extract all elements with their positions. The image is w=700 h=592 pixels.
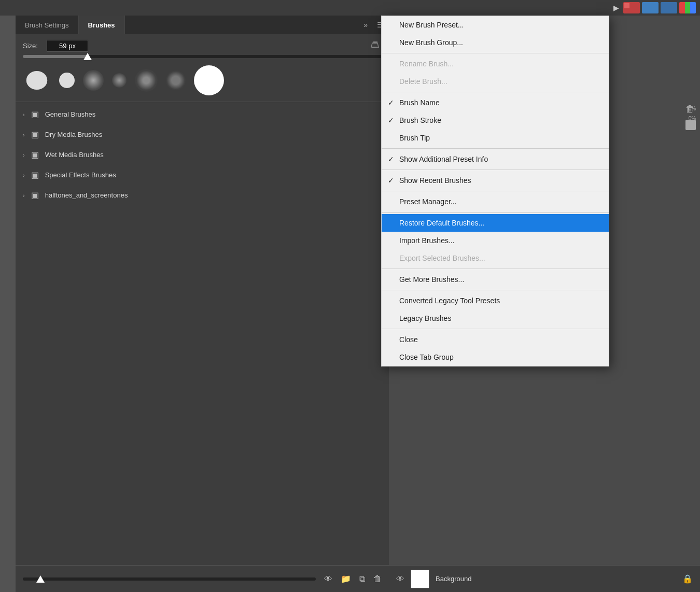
bottom-thumb[interactable] xyxy=(36,575,45,583)
menu-separator-4 xyxy=(382,170,609,170)
menu-item-close-tab-group[interactable]: Close Tab Group xyxy=(382,348,609,366)
menu-separator-3 xyxy=(382,148,609,149)
brush-group-item-1[interactable]: › ▣ Dry Media Brushes xyxy=(16,124,389,145)
menu-separator-5 xyxy=(382,191,609,191)
checkmark-preset-info: ✓ xyxy=(388,155,394,163)
right-panel-icons: 🗑 xyxy=(685,104,696,130)
layer-thumbnail xyxy=(411,570,429,588)
menu-item-rename: Rename Brush... xyxy=(382,55,609,73)
bottom-toolbar: 👁 📁 ⧉ 🗑 xyxy=(16,565,389,592)
tab-brushes[interactable]: Brushes xyxy=(79,16,125,34)
group-name-0: General Brushes xyxy=(45,110,96,118)
folder-icon-1: ▣ xyxy=(31,130,39,139)
bottom-slider-track[interactable] xyxy=(23,577,316,581)
brush-tip-row xyxy=(16,63,389,102)
group-name-4: halftones_and_screentones xyxy=(45,191,128,199)
folder-icon-4: ▣ xyxy=(31,190,39,200)
menu-item-close[interactable]: Close xyxy=(382,331,609,348)
checkmark-brush-name: ✓ xyxy=(388,98,394,107)
brush-tip-oval[interactable] xyxy=(23,71,51,90)
brush-group-item-2[interactable]: › ▣ Wet Media Brushes xyxy=(16,145,389,165)
size-slider-track[interactable] xyxy=(23,55,382,58)
context-menu: New Brush Preset... New Brush Group... R… xyxy=(381,16,609,367)
layers-bar: 👁 Background 🔒 xyxy=(389,565,700,592)
group-name-1: Dry Media Brushes xyxy=(45,131,103,138)
menu-item-preset-info[interactable]: ✓ Show Additional Preset Info xyxy=(382,150,609,168)
duplicate-icon[interactable]: ⧉ xyxy=(359,574,365,584)
chevron-icon-2: › xyxy=(23,152,25,158)
brush-tip-soft1[interactable] xyxy=(83,70,104,91)
menu-separator-8 xyxy=(382,290,609,290)
top-panel-tabs: ▶ xyxy=(611,2,696,13)
menu-separator-6 xyxy=(382,212,609,213)
menu-separator-9 xyxy=(382,329,609,329)
tab-brush-settings[interactable]: Brush Settings xyxy=(16,16,79,34)
menu-item-preset-manager[interactable]: Preset Manager... xyxy=(382,193,609,210)
top-bar xyxy=(0,0,700,16)
play-icon[interactable]: ▶ xyxy=(611,3,621,13)
menu-item-import[interactable]: Import Brushes... xyxy=(382,232,609,249)
menu-item-new-preset[interactable]: New Brush Preset... xyxy=(382,16,609,34)
checkmark-brush-stroke: ✓ xyxy=(388,116,394,124)
brush-tip-soft4[interactable] xyxy=(166,71,186,90)
size-row: Size: 59 px xyxy=(16,34,389,54)
menu-item-brush-tip[interactable]: Brush Tip xyxy=(382,129,609,147)
menu-item-recent-brushes[interactable]: ✓ Show Recent Brushes xyxy=(382,172,609,189)
size-input-box[interactable]: 59 px xyxy=(47,40,88,52)
folder-icon-3: ▣ xyxy=(31,170,39,180)
menu-item-legacy-presets[interactable]: Converted Legacy Tool Presets xyxy=(382,292,609,309)
color-tab-blue[interactable] xyxy=(642,2,659,13)
brush-group-item-0[interactable]: › ▣ General Brushes xyxy=(16,104,389,124)
size-slider-row xyxy=(16,54,389,63)
folder-tool-icon[interactable]: 📁 xyxy=(341,574,351,584)
menu-separator-1 xyxy=(382,53,609,53)
menu-item-brush-stroke[interactable]: ✓ Brush Stroke xyxy=(382,111,609,129)
trash-right-icon[interactable]: 🗑 xyxy=(685,104,696,115)
brush-tip-circle[interactable] xyxy=(59,73,75,88)
chevron-icon-4: › xyxy=(23,192,25,199)
brush-tip-soft2[interactable] xyxy=(112,73,127,88)
panel-body: Size: 59 px xyxy=(16,34,389,565)
layer-visibility-icon[interactable]: 👁 xyxy=(396,574,404,584)
pencil-icon xyxy=(370,40,381,51)
folder-icon-2: ▣ xyxy=(31,150,39,160)
size-label: Size: xyxy=(23,42,41,50)
trash-icon[interactable]: 🗑 xyxy=(373,574,382,584)
brush-group-item-3[interactable]: › ▣ Special Effects Brushes xyxy=(16,165,389,185)
brush-tip-soft3[interactable] xyxy=(135,69,158,92)
menu-item-delete: Delete Brush... xyxy=(382,73,609,90)
chevron-icon-1: › xyxy=(23,132,25,138)
brush-tip-large[interactable] xyxy=(194,65,224,95)
menu-separator-2 xyxy=(382,92,609,92)
svg-rect-2 xyxy=(373,41,377,44)
chevron-icon-3: › xyxy=(23,172,25,178)
folder-icon-0: ▣ xyxy=(31,109,39,119)
layer-name: Background xyxy=(436,575,471,583)
menu-item-get-more[interactable]: Get More Brushes... xyxy=(382,271,609,288)
brush-group-item-4[interactable]: › ▣ halftones_and_screentones xyxy=(16,185,389,205)
menu-separator-7 xyxy=(382,269,609,269)
group-name-3: Special Effects Brushes xyxy=(45,171,116,179)
svg-marker-1 xyxy=(371,43,379,47)
expand-icon[interactable]: » xyxy=(359,16,372,34)
group-name-2: Wet Media Brushes xyxy=(45,151,104,159)
menu-item-brush-name[interactable]: ✓ Brush Name xyxy=(382,94,609,111)
edit-icon[interactable] xyxy=(369,39,382,52)
color-tab-red[interactable] xyxy=(623,2,640,13)
color-tab-blue2[interactable] xyxy=(661,2,677,13)
layer-lock-icon[interactable]: 🔒 xyxy=(682,574,693,584)
save-right-icon[interactable] xyxy=(685,120,696,130)
color-tab-multi[interactable] xyxy=(679,2,696,13)
brush-list: › ▣ General Brushes › ▣ Dry Media Brushe… xyxy=(16,102,389,207)
eye-slash-icon[interactable]: 👁 xyxy=(324,574,332,584)
menu-item-restore-default[interactable]: Restore Default Brushes... xyxy=(382,214,609,232)
tab-bar: Brush Settings Brushes » ☰ xyxy=(16,16,389,34)
size-slider-fill xyxy=(23,55,88,58)
menu-item-export: Export Selected Brushes... xyxy=(382,249,609,267)
menu-item-legacy-brushes[interactable]: Legacy Brushes xyxy=(382,309,609,327)
size-slider-thumb[interactable] xyxy=(83,53,92,60)
menu-item-new-group[interactable]: New Brush Group... xyxy=(382,34,609,51)
checkmark-recent-brushes: ✓ xyxy=(388,176,394,185)
chevron-icon-0: › xyxy=(23,111,25,118)
